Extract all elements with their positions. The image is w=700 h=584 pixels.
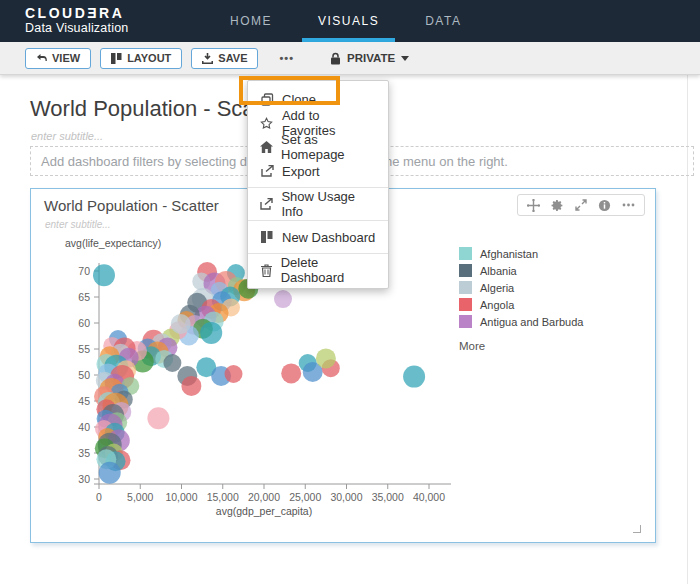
menu-item-new-dashboard[interactable]: New Dashboard [248, 225, 388, 249]
save-button[interactable]: SAVE [191, 48, 258, 69]
cloudera-logo[interactable]: CLOUDƎRA Data Visualization [25, 5, 128, 35]
lock-icon [330, 52, 341, 65]
menu-item-label: Show Usage Info [281, 189, 376, 219]
svg-text:30,000: 30,000 [330, 491, 362, 503]
menu-item-label: Export [282, 164, 320, 179]
nav-item-data[interactable]: DATA [417, 0, 469, 42]
private-dropdown-button[interactable]: PRIVATE [330, 52, 409, 65]
svg-text:70: 70 [78, 265, 90, 277]
logo-wordmark: CLOUDƎRA [25, 5, 128, 21]
menu-item-label: Delete Dashboard [281, 255, 376, 285]
legend-label: Algeria [480, 282, 514, 294]
svg-text:15,000: 15,000 [207, 491, 239, 503]
menu-item-label: Set as Homepage [281, 132, 376, 162]
svg-text:avg(life_expectancy): avg(life_expectancy) [65, 237, 161, 249]
view-button-label: VIEW [52, 52, 80, 64]
private-button-label: PRIVATE [347, 52, 395, 64]
top-navbar: CLOUDƎRA Data Visualization HOMEVISUALSD… [0, 0, 700, 42]
legend-swatch [459, 281, 472, 294]
visual-mini-toolbar [517, 194, 645, 216]
chevron-down-icon [401, 56, 409, 61]
svg-text:45: 45 [78, 395, 90, 407]
back-arrow-icon [36, 53, 47, 63]
legend-item[interactable]: Albania [459, 264, 583, 277]
menu-item-label: New Dashboard [282, 230, 375, 245]
menu-divider [248, 220, 388, 221]
layout-button-label: LAYOUT [127, 52, 171, 64]
svg-text:10,000: 10,000 [165, 491, 197, 503]
menu-divider [248, 253, 388, 254]
star-icon [260, 117, 274, 130]
menu-item-export[interactable]: Export [248, 159, 388, 183]
menu-item-label: Clone [282, 92, 316, 107]
expand-icon[interactable] [575, 199, 587, 211]
legend-item[interactable]: Algeria [459, 281, 583, 294]
usage-icon [260, 198, 273, 210]
panel-resize-handle[interactable] [633, 525, 641, 533]
svg-text:40: 40 [78, 421, 90, 433]
nav-item-home[interactable]: HOME [222, 0, 280, 42]
legend-swatch [459, 247, 472, 260]
chart-legend: AfghanistanAlbaniaAlgeriaAngolaAntigua a… [459, 247, 583, 352]
logo-product-name: Data Visualization [25, 21, 128, 35]
layout-grid-icon [111, 53, 122, 64]
save-button-label: SAVE [218, 52, 247, 64]
menu-item-delete-dashboard[interactable]: Delete Dashboard [248, 258, 388, 282]
visual-title[interactable]: World Population - Scatter [44, 197, 219, 214]
legend-item[interactable]: Antigua and Barbuda [459, 315, 583, 328]
legend-swatch [459, 264, 472, 277]
svg-text:0: 0 [96, 491, 102, 503]
svg-text:20,000: 20,000 [248, 491, 280, 503]
legend-label: Angola [480, 299, 514, 311]
more-actions-button[interactable]: ••• [273, 48, 300, 68]
actions-dropdown-menu: CloneAdd to FavoritesSet as HomepageExpo… [247, 80, 389, 289]
home-icon [260, 141, 273, 153]
legend-label: Afghanistan [480, 248, 538, 260]
menu-divider [248, 187, 388, 188]
main-nav: HOMEVISUALSDATA [222, 0, 469, 42]
legend-label: Antigua and Barbuda [480, 316, 583, 328]
dashboard-toolbar: VIEW LAYOUT SAVE ••• PRIVATE [0, 42, 700, 75]
info-icon[interactable] [598, 199, 611, 212]
legend-swatch [459, 298, 472, 311]
view-button[interactable]: VIEW [25, 48, 91, 69]
legend-item[interactable]: Angola [459, 298, 583, 311]
clone-icon [260, 93, 274, 106]
svg-text:avg(gdp_per_capita): avg(gdp_per_capita) [216, 505, 312, 517]
svg-text:35: 35 [78, 447, 90, 459]
layout-button[interactable]: LAYOUT [100, 48, 182, 69]
menu-item-show-usage-info[interactable]: Show Usage Info [248, 192, 388, 216]
legend-more-link[interactable]: More [459, 340, 583, 352]
legend-item[interactable]: Afghanistan [459, 247, 583, 260]
svg-text:65: 65 [78, 291, 90, 303]
svg-text:35,000: 35,000 [372, 491, 404, 503]
svg-text:30: 30 [78, 473, 90, 485]
svg-text:55: 55 [78, 343, 90, 355]
legend-label: Albania [480, 265, 517, 277]
svg-text:60: 60 [78, 317, 90, 329]
svg-text:50: 50 [78, 369, 90, 381]
export-icon [260, 165, 274, 177]
svg-text:5,000: 5,000 [127, 491, 153, 503]
nav-item-visuals[interactable]: VISUALS [310, 0, 387, 42]
legend-swatch [459, 315, 472, 328]
dashboard-subtitle-placeholder[interactable]: enter subtitle... [31, 130, 103, 142]
svg-text:40,000: 40,000 [413, 491, 445, 503]
menu-item-set-as-homepage[interactable]: Set as Homepage [248, 135, 388, 159]
dashboard-icon [260, 231, 274, 243]
trash-icon [260, 264, 273, 277]
ellipsis-icon[interactable] [622, 203, 635, 207]
move-icon[interactable] [527, 199, 540, 212]
svg-text:25,000: 25,000 [289, 491, 321, 503]
gear-icon[interactable] [551, 199, 564, 212]
save-download-icon [202, 53, 213, 64]
